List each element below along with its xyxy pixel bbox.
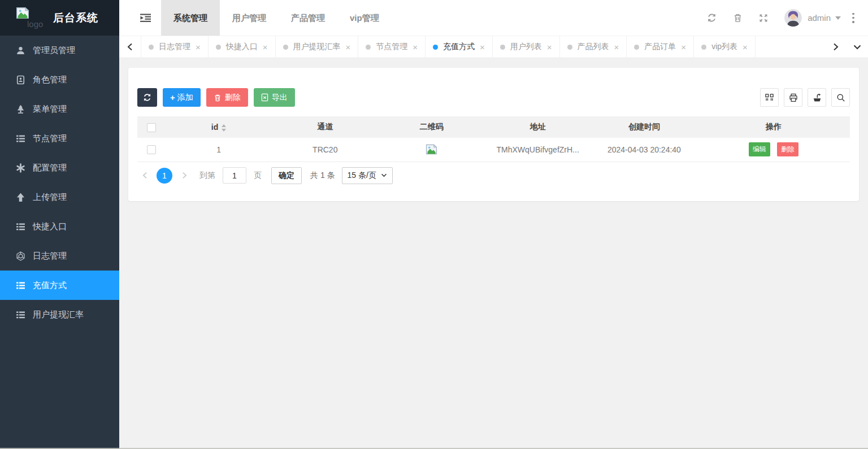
next-page-icon[interactable] — [177, 168, 192, 184]
page-number-button[interactable]: 1 — [157, 168, 172, 184]
tab-withdraw-rate[interactable]: 用户提现汇率× — [276, 36, 359, 58]
admin-app: logo 后台系统 管理员管理 角色管理 菜单管理 — [0, 0, 868, 449]
delete-button[interactable]: 删除 — [206, 88, 248, 107]
id-card-icon — [16, 75, 25, 85]
row-delete-button[interactable]: 删除 — [777, 142, 798, 156]
topnav-product-manage[interactable]: 产品管理 — [279, 0, 337, 36]
app-title: 后台系统 — [53, 11, 98, 25]
columns-toggle-icon[interactable] — [760, 88, 779, 107]
sidebar-item-admin-manage[interactable]: 管理员管理 — [0, 36, 119, 65]
tabs-right-controls — [825, 36, 868, 58]
close-icon[interactable]: × — [614, 42, 619, 52]
tab-dot-icon — [500, 45, 505, 50]
select-all-checkbox[interactable] — [147, 123, 156, 132]
user-dropdown-caret-icon[interactable] — [835, 16, 841, 20]
trash-icon[interactable] — [724, 0, 750, 36]
tab-dot-icon — [149, 45, 154, 50]
table-row: 1 TRC20 TMhXWqUBifvgefZrH... 2024-04-03 … — [137, 138, 850, 162]
tab-recharge-method[interactable]: 充值方式× — [426, 36, 493, 58]
tab-vip-list[interactable]: vip列表× — [694, 36, 756, 58]
tab-product-order[interactable]: 产品订单× — [627, 36, 694, 58]
add-button[interactable]: + 添加 — [163, 88, 201, 107]
tab-quick-entry[interactable]: 快捷入口× — [209, 36, 276, 58]
tab-dot-icon — [433, 45, 438, 50]
close-icon[interactable]: × — [681, 42, 686, 52]
close-icon[interactable]: × — [263, 42, 268, 52]
topnav-user-manage[interactable]: 用户管理 — [220, 0, 279, 36]
list-icon — [16, 134, 25, 143]
tab-dot-icon — [283, 45, 288, 50]
goto-confirm-button[interactable]: 确定 — [271, 167, 302, 184]
plus-icon: + — [170, 93, 175, 102]
close-icon[interactable]: × — [196, 42, 201, 52]
column-header-actions: 操作 — [697, 116, 850, 138]
sidebar-item-quick-entry[interactable]: 快捷入口 — [0, 212, 119, 241]
close-icon[interactable]: × — [413, 42, 418, 52]
broken-logo-image: logo — [16, 5, 53, 32]
column-header-created: 创建时间 — [591, 116, 697, 138]
toolbar-right-icons — [755, 88, 850, 107]
goto-page-input[interactable] — [223, 167, 246, 184]
tab-product-list[interactable]: 产品列表× — [560, 36, 627, 58]
user-icon — [16, 46, 25, 55]
username-label[interactable]: admin — [808, 13, 831, 23]
sidebar-collapse-icon[interactable] — [129, 0, 161, 36]
close-icon[interactable]: × — [346, 42, 351, 52]
more-menu-icon[interactable] — [852, 13, 854, 23]
tabs-scroll-left-icon[interactable] — [119, 36, 141, 58]
sidebar-item-upload-manage[interactable]: 上传管理 — [0, 182, 119, 212]
topnav-vip-manage[interactable]: vip管理 — [337, 0, 392, 36]
close-icon[interactable]: × — [743, 42, 748, 52]
search-icon[interactable] — [831, 88, 850, 107]
sidebar-item-role-manage[interactable]: 角色管理 — [0, 65, 119, 94]
sidebar-item-label: 管理员管理 — [33, 45, 75, 56]
tab-node-manage[interactable]: 节点管理× — [358, 36, 426, 58]
cell-qrcode — [378, 138, 484, 162]
print-icon[interactable] — [784, 88, 802, 107]
cell-id: 1 — [166, 138, 272, 162]
refresh-button[interactable] — [137, 88, 157, 107]
broken-image-icon — [16, 7, 29, 19]
tabs-menu-chevron-down-icon[interactable] — [847, 36, 868, 58]
chevron-down-icon — [381, 173, 387, 177]
tree-icon — [16, 104, 25, 114]
export-data-icon[interactable] — [808, 88, 826, 107]
column-header-id[interactable]: id — [166, 116, 272, 138]
row-checkbox[interactable] — [147, 145, 156, 154]
tabs-scroll-right-icon[interactable] — [825, 36, 847, 58]
sidebar-item-log-manage[interactable]: 日志管理 — [0, 241, 119, 271]
sidebar-item-node-manage[interactable]: 节点管理 — [0, 124, 119, 153]
export-button[interactable]: 导出 — [254, 88, 295, 107]
sidebar-item-label: 日志管理 — [33, 251, 67, 261]
sidebar-menu: 管理员管理 角色管理 菜单管理 节点管理 — [0, 36, 119, 329]
sidebar-item-recharge-method[interactable]: 充值方式 — [0, 271, 119, 300]
upload-icon — [16, 193, 25, 202]
refresh-icon[interactable] — [698, 0, 724, 36]
cell-actions: 编辑 删除 — [697, 138, 850, 162]
tab-user-list[interactable]: 用户列表× — [493, 36, 560, 58]
user-avatar[interactable] — [784, 9, 802, 27]
sidebar-item-withdraw-rate[interactable]: 用户提现汇率 — [0, 300, 119, 329]
edit-button[interactable]: 编辑 — [749, 142, 770, 156]
file-export-icon — [261, 93, 268, 102]
table-toolbar: + 添加 删除 导出 — [137, 88, 850, 107]
content-area: + 添加 删除 导出 — [119, 58, 868, 449]
page-size-select[interactable]: 15 条/页 — [342, 167, 393, 184]
cell-created-at: 2024-04-03 20:24:40 — [591, 138, 697, 162]
brand-header: logo 后台系统 — [0, 0, 119, 36]
goto-page-prefix: 到第 — [199, 171, 215, 181]
cell-channel: TRC20 — [272, 138, 378, 162]
sidebar-item-label: 节点管理 — [33, 133, 67, 144]
sidebar-item-menu-manage[interactable]: 菜单管理 — [0, 94, 119, 124]
asterisk-icon — [16, 163, 25, 173]
close-icon[interactable]: × — [480, 42, 485, 52]
sort-icon[interactable] — [222, 124, 226, 132]
topnav-system-manage[interactable]: 系统管理 — [161, 0, 220, 36]
topbar: 系统管理 用户管理 产品管理 vip管理 admin — [119, 0, 868, 36]
column-header-channel: 通道 — [272, 116, 378, 138]
sidebar-item-config-manage[interactable]: 配置管理 — [0, 153, 119, 182]
prev-page-icon[interactable] — [137, 168, 152, 184]
close-icon[interactable]: × — [547, 42, 552, 52]
tab-log-manage[interactable]: 日志管理× — [141, 36, 209, 58]
fullscreen-icon[interactable] — [750, 0, 776, 36]
